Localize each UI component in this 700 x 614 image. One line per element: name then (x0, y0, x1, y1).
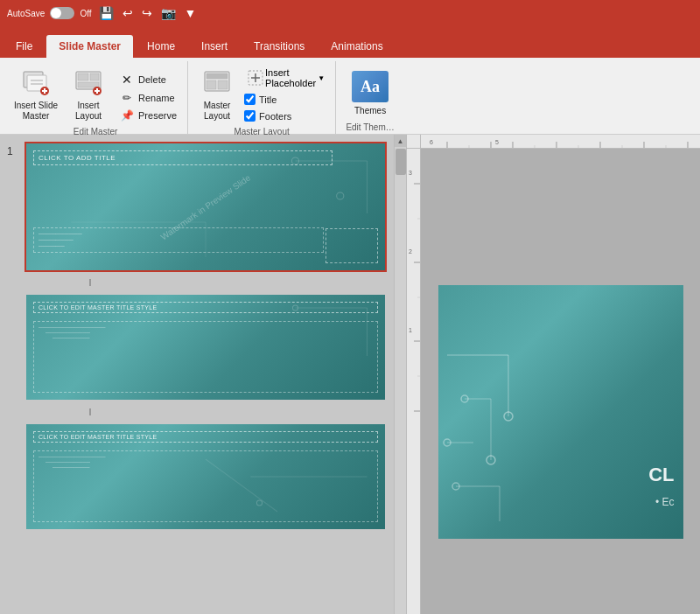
ruler-v-ticks: 3 2 1 (407, 149, 421, 614)
slide-3-title-text: CLICK TO EDIT MASTER TITLE STYLE (33, 431, 378, 443)
edit-master-content: Insert SlideMaster InsertLayout (10, 65, 180, 123)
canvas-circuit-svg (438, 285, 683, 539)
slide-3-image: CLICK TO EDIT MASTER TITLE STYLE ───────… (26, 424, 385, 529)
svg-rect-10 (78, 82, 99, 87)
scroll-up-arrow[interactable]: ▲ (395, 135, 407, 147)
more-icon[interactable]: ▼ (185, 6, 197, 20)
insert-slide-master-label: Insert SlideMaster (14, 101, 58, 122)
svg-rect-8 (78, 73, 88, 80)
autosave-label: AutoSave (7, 9, 45, 18)
ruler-h-ticks: 6 5 (421, 135, 700, 149)
footers-checkbox[interactable] (244, 110, 256, 122)
delete-button[interactable]: ✕ Delete (116, 71, 180, 88)
horizontal-ruler: 6 5 (421, 135, 700, 149)
slide-1-thumb[interactable]: CLICK TO ADD TITLE ────────── ──────── ─… (24, 142, 387, 272)
master-layout-button[interactable]: MasterLayout (195, 65, 239, 123)
title-bar-icons: 💾 ↩ ↪ 📷 ▼ (99, 6, 197, 20)
redo-icon[interactable]: ↪ (142, 6, 152, 20)
themes-button[interactable]: Aa Themes (343, 67, 397, 119)
slide-2-title-text: CLICK TO EDIT MASTER TITLE STYLE (33, 302, 378, 313)
slide-3-body-text: ────────────────── ──────────── ────────… (33, 450, 378, 522)
preserve-button[interactable]: 📌 Preserve (116, 108, 180, 123)
svg-rect-16 (206, 80, 216, 89)
tab-animations[interactable]: Animations (318, 35, 395, 58)
slide-3-title-box: CLICK TO EDIT MASTER TITLE STYLE (33, 431, 378, 443)
themes-label: Themes (354, 106, 386, 115)
undo-icon[interactable]: ↩ (122, 6, 133, 20)
slide-connector-1 (89, 279, 91, 286)
title-checkbox-row: Title (244, 92, 328, 107)
autosave-toggle[interactable] (50, 7, 74, 19)
ribbon-group-edit-themes: Aa Themes Edit Them… (336, 61, 404, 134)
svg-text:1: 1 (409, 327, 412, 333)
rename-button[interactable]: ✏ Rename (116, 90, 180, 106)
slide-view-main: 3 2 1 (407, 149, 700, 614)
insert-layout-button[interactable]: InsertLayout (66, 65, 110, 123)
slide-1-dashed-box (326, 228, 378, 263)
toggle-state-label: Off (80, 9, 91, 18)
preserve-label: Preserve (138, 110, 177, 121)
svg-rect-9 (90, 73, 99, 80)
insert-layout-label: InsertLayout (75, 101, 102, 122)
tab-insert[interactable]: Insert (189, 35, 240, 58)
slide-1-row: 1 CLICK TO (7, 142, 387, 272)
edit-master-small-buttons: ✕ Delete ✏ Rename 📌 Preserve (116, 71, 180, 123)
title-checkbox-label: Title (259, 94, 276, 105)
slide-3-body-box: ────────────────── ──────────── ────────… (33, 450, 378, 522)
master-layout-label: MasterLayout (204, 101, 231, 122)
slide-1-subtitle-lines: ────────── ──────── ────── (33, 227, 324, 253)
tab-home[interactable]: Home (135, 35, 187, 58)
footers-checkbox-row: Footers (244, 108, 328, 123)
slide-1-image: CLICK TO ADD TITLE ────────── ──────── ─… (26, 143, 385, 270)
slide-2-image: CLICK TO EDIT MASTER TITLE STYLE ───────… (26, 295, 385, 400)
master-layout-content: MasterLayout InsertPlaceholder ▼ Title (195, 65, 328, 123)
svg-point-24 (337, 192, 344, 199)
present-icon[interactable]: 📷 (161, 6, 176, 20)
slide-3-row: 3 CLICK TO EDIT MASTER TITLE STYLE (7, 422, 387, 531)
rename-icon: ✏ (119, 92, 135, 104)
slide-connector-area (24, 279, 387, 286)
slide-2-thumb[interactable]: CLICK TO EDIT MASTER TITLE STYLE ───────… (24, 293, 387, 401)
svg-rect-15 (206, 73, 228, 79)
svg-text:3: 3 (409, 170, 412, 176)
svg-text:5: 5 (495, 139, 499, 145)
slide-panel-scrollbar: ▲ (394, 135, 406, 614)
scroll-thumb[interactable] (396, 149, 406, 175)
canvas-bullet-text: • Ec (655, 496, 675, 508)
slide-2-title-box: CLICK TO EDIT MASTER TITLE STYLE (33, 302, 378, 313)
slide-connector-2 (89, 408, 91, 415)
tab-transitions[interactable]: Transitions (242, 35, 317, 58)
master-layout-icon (201, 66, 233, 98)
rename-label: Rename (138, 93, 175, 103)
slide-1-subtitle-box: ────────── ──────── ────── (33, 227, 324, 253)
slide-canvas[interactable]: CL • Ec (438, 285, 683, 539)
delete-label: Delete (138, 74, 166, 85)
slide-1-number: 1 (7, 145, 19, 157)
ribbon-group-master-layout: MasterLayout InsertPlaceholder ▼ Title (188, 61, 336, 134)
vertical-ruler: 3 2 1 (407, 149, 421, 614)
slide-panel-container: 1 CLICK TO (0, 135, 406, 614)
slide-2-body-box: ────────────────── ──────────── ────────… (33, 321, 378, 393)
ruler-corner (407, 135, 421, 149)
preserve-icon: 📌 (119, 109, 135, 122)
insert-slide-master-button[interactable]: Insert SlideMaster (10, 65, 61, 123)
ruler-row: 6 5 (407, 135, 700, 149)
save-icon[interactable]: 💾 (99, 6, 114, 20)
main-area: 1 CLICK TO (0, 135, 700, 614)
title-bar-left: AutoSave Off (7, 7, 92, 19)
svg-text:6: 6 (430, 139, 433, 145)
tab-slide-master[interactable]: Slide Master (46, 35, 133, 58)
insert-slide-master-icon (20, 66, 52, 98)
ribbon-body: Insert SlideMaster InsertLayout (0, 58, 700, 135)
slide-2-row: 2 CLICK TO EDIT MASTER TITLE STYLE (7, 293, 387, 401)
insert-placeholder-button[interactable]: InsertPlaceholder ▼ (244, 66, 328, 90)
dropdown-arrow-icon: ▼ (318, 74, 325, 82)
slide-1-title-text: CLICK TO ADD TITLE (33, 150, 332, 165)
slide-panel: 1 CLICK TO (0, 135, 394, 614)
slide-view-container: 6 5 (406, 135, 700, 614)
ribbon-tabs: File Slide Master Home Insert Transition… (0, 26, 700, 58)
slide-3-thumb[interactable]: CLICK TO EDIT MASTER TITLE STYLE ───────… (24, 422, 387, 531)
tab-file[interactable]: File (4, 35, 45, 58)
edit-themes-group-label: Edit Them… (346, 122, 394, 132)
title-checkbox[interactable] (244, 94, 256, 105)
